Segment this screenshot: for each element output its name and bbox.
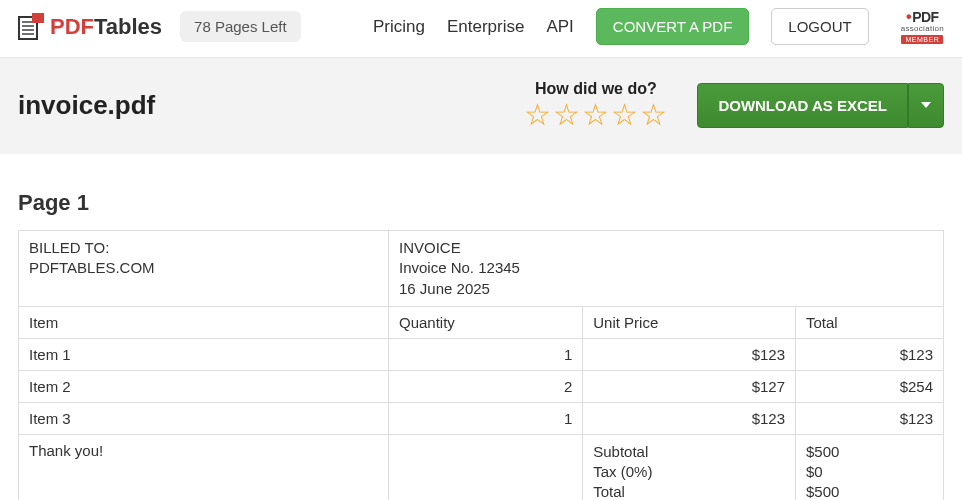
invoice-table: BILLED TO: PDFTABLES.COM INVOICE Invoice…	[18, 230, 944, 500]
table-row: Item 2 2 $127 $254	[19, 370, 944, 402]
nav-api[interactable]: API	[546, 17, 573, 37]
summary-labels: Subtotal Tax (0%) Total	[583, 434, 796, 500]
star-icon[interactable]: ☆	[553, 100, 580, 130]
rating-question: How did we do?	[535, 80, 657, 98]
download-group: DOWNLOAD AS EXCEL	[697, 83, 944, 128]
content: Page 1 BILLED TO: PDFTABLES.COM INVOICE …	[0, 154, 962, 500]
table-row: BILLED TO: PDFTABLES.COM INVOICE Invoice…	[19, 231, 944, 307]
assoc-mid: association	[901, 25, 944, 33]
rating-stars: ☆ ☆ ☆ ☆ ☆	[524, 100, 667, 130]
nav-pricing[interactable]: Pricing	[373, 17, 425, 37]
main-nav: Pricing Enterprise API CONVERT A PDF LOG…	[373, 8, 944, 45]
logo-text-gray: Tables	[94, 14, 162, 40]
file-title: invoice.pdf	[18, 90, 155, 121]
logo-icon	[18, 13, 44, 41]
pages-left-badge: 78 Pages Left	[180, 11, 301, 42]
star-icon[interactable]: ☆	[582, 100, 609, 130]
svg-rect-5	[32, 13, 44, 23]
chevron-down-icon	[921, 102, 931, 108]
assoc-member: MEMBER	[901, 35, 943, 44]
col-total: Total	[796, 306, 944, 338]
billed-to-cell: BILLED TO: PDFTABLES.COM	[19, 231, 389, 307]
download-dropdown-button[interactable]	[908, 83, 944, 128]
thank-you-cell: Thank you!	[19, 434, 389, 500]
download-excel-button[interactable]: DOWNLOAD AS EXCEL	[697, 83, 908, 128]
star-icon[interactable]: ☆	[640, 100, 667, 130]
pdf-association-badge: •PDF association MEMBER	[901, 9, 944, 44]
nav-enterprise[interactable]: Enterprise	[447, 17, 524, 37]
col-qty: Quantity	[389, 306, 583, 338]
logo-text-red: PDF	[50, 14, 94, 40]
col-item: Item	[19, 306, 389, 338]
star-icon[interactable]: ☆	[611, 100, 638, 130]
col-unit: Unit Price	[583, 306, 796, 338]
page-heading: Page 1	[18, 190, 944, 216]
star-icon[interactable]: ☆	[524, 100, 551, 130]
table-row: Item 3 1 $123 $123	[19, 402, 944, 434]
table-row: Item 1 1 $123 $123	[19, 338, 944, 370]
logout-button[interactable]: LOGOUT	[771, 8, 868, 45]
sub-header: invoice.pdf How did we do? ☆ ☆ ☆ ☆ ☆ DOW…	[0, 57, 962, 154]
convert-button[interactable]: CONVERT A PDF	[596, 8, 749, 45]
invoice-meta-cell: INVOICE Invoice No. 12345 16 June 2025	[389, 231, 944, 307]
logo[interactable]: PDFTables	[18, 13, 162, 41]
summary-values: $500 $0 $500	[796, 434, 944, 500]
rating-block: How did we do? ☆ ☆ ☆ ☆ ☆	[524, 80, 667, 130]
table-row: Thank you! Subtotal Tax (0%) Total $500 …	[19, 434, 944, 500]
top-nav: PDFTables 78 Pages Left Pricing Enterpri…	[0, 0, 962, 57]
table-header-row: Item Quantity Unit Price Total	[19, 306, 944, 338]
assoc-top: PDF	[912, 10, 939, 24]
